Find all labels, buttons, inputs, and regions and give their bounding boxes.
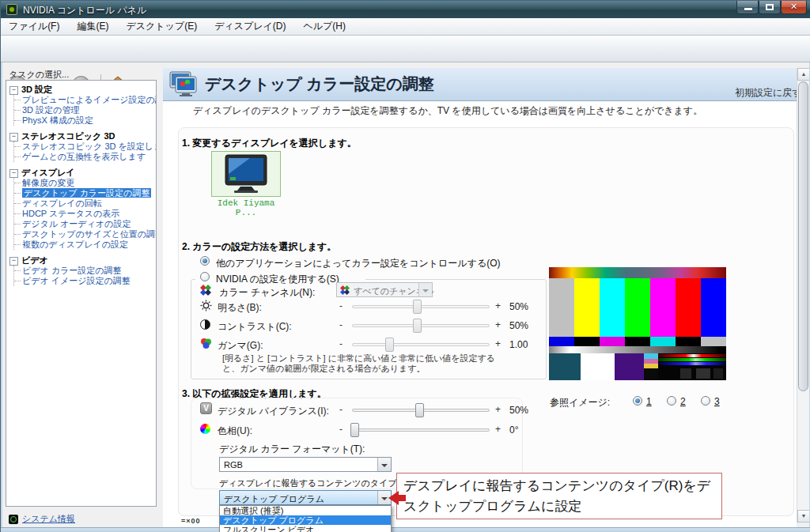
brightness-label: 明るさ(B): <box>218 301 262 315</box>
slider-thumb[interactable] <box>385 338 394 352</box>
tree-item-digital-audio[interactable]: デジタル オーディオの設定 <box>14 219 154 229</box>
gamma-slider[interactable] <box>352 343 490 346</box>
slider-thumb[interactable] <box>350 423 359 437</box>
slider-thumb[interactable] <box>415 403 424 417</box>
contrast-slider[interactable] <box>352 324 490 327</box>
contrast-value: 50% <box>509 320 528 331</box>
tree-group-video[interactable]: −ビデオ <box>9 255 154 266</box>
scroll-down-icon[interactable]: ▼ <box>797 510 810 523</box>
tree-item-desktop-size-position[interactable]: デスクトップのサイズと位置の調整 <box>14 229 154 240</box>
content-type-dropdown[interactable]: デスクトップ プログラム <box>219 490 392 505</box>
color-channel-mini-icon <box>340 285 350 295</box>
reference-radio-2[interactable] <box>667 396 676 406</box>
dropdown-button[interactable] <box>418 283 432 296</box>
reference-radio-1-label[interactable]: 1 <box>646 396 652 407</box>
reverse-bars-strip <box>549 337 726 346</box>
digital-vibrance-label: デジタル バイブランス(I): <box>218 405 329 418</box>
rainbow-gradient-strip <box>549 267 726 278</box>
color-channel-dropdown[interactable]: すべてのチャンネル <box>336 282 433 297</box>
tree-item-rotate-display[interactable]: ディスプレイの回転 <box>14 198 154 209</box>
radio-use-nvidia-settings[interactable] <box>200 272 210 281</box>
hue-value: 0° <box>509 424 518 436</box>
tree-item-change-resolution[interactable]: 解像度の変更 <box>14 178 154 188</box>
digital-vibrance-slider[interactable] <box>352 409 490 412</box>
system-info-link[interactable]: システム情報 <box>9 513 75 525</box>
color-channel-label: カラー チャンネル(N): <box>219 286 315 300</box>
option-fullscreen-video[interactable]: フルスクリーン ビデオ <box>220 525 391 532</box>
window-frame-left <box>1 62 2 532</box>
tree-item-game-compatibility[interactable]: ゲームとの互換性を表示します <box>14 152 154 162</box>
restore-defaults-link[interactable]: 初期設定に戻す <box>735 86 802 100</box>
system-info-icon <box>9 515 18 524</box>
tree-item-multiple-displays[interactable]: 複数のディスプレイの設定 <box>14 240 154 250</box>
slider-thumb[interactable] <box>413 319 422 333</box>
slider-thumb[interactable] <box>413 300 422 314</box>
tree-item-preview-image-settings[interactable]: プレビューによるイメージ設定の調整 <box>14 95 154 105</box>
menu-help[interactable]: ヘルプ(H) <box>304 20 346 33</box>
tree-group-display[interactable]: −ディスプレイ <box>9 167 154 178</box>
annotation-box: デスプレイに報告するコンテンツのタイプ(R)をデスクトッププログラムに設定 <box>396 473 722 519</box>
section1-title: 1. 変更するディスプレイを選択します。 <box>182 137 357 150</box>
display-tile[interactable] <box>211 151 281 197</box>
tree-group-3d-settings[interactable]: −3D 設定 <box>9 84 154 95</box>
digital-color-format-value: RGB <box>224 460 243 470</box>
minus-label: - <box>339 319 343 330</box>
maximize-button[interactable] <box>759 1 781 14</box>
brightness-slider[interactable] <box>352 305 490 308</box>
radio-other-applications-label[interactable]: 他のアプリケーションによってカラー設定をコントロールする(O) <box>216 257 501 270</box>
tree-item-physx-config[interactable]: PhysX 構成の設定 <box>14 115 154 126</box>
close-button[interactable]: ✕ <box>781 1 807 14</box>
tree-item-hdcp-status[interactable]: HDCP ステータスの表示 <box>14 209 154 219</box>
digital-color-format-label: デジタル カラー フォーマット(T): <box>219 443 365 456</box>
title-bar[interactable]: NVIDIA コントロール パネル ✕ <box>1 1 810 18</box>
menu-display[interactable]: ディスプレイ(D) <box>214 20 286 33</box>
option-desktop-programs[interactable]: デスクトップ プログラム <box>220 515 391 525</box>
tree-item-setup-stereoscopic-3d[interactable]: ステレオスコピック 3D を設定します <box>14 141 154 152</box>
system-info-label[interactable]: システム情報 <box>22 513 75 525</box>
reference-radio-2-label[interactable]: 2 <box>680 396 686 407</box>
option-auto-select[interactable]: 自動選択 (推奨) <box>220 506 391 515</box>
plus-label: + <box>495 338 501 349</box>
tree-item-adjust-video-image[interactable]: ビデオ イメージ設定の調整 <box>14 276 154 286</box>
menu-file[interactable]: ファイル(F) <box>9 20 59 33</box>
plus-label: + <box>495 404 501 415</box>
digital-color-format-dropdown[interactable]: RGB <box>219 457 392 472</box>
grayscale-gradient-strip <box>549 346 726 353</box>
content-type-label: ディスプレイに報告するコンテンツのタイプ(R): <box>219 477 411 489</box>
tree-group-stereoscopic-3d[interactable]: −ステレオスコピック 3D <box>9 130 154 141</box>
hue-icon <box>200 424 213 436</box>
tree-item-adjust-video-color[interactable]: ビデオ カラー設定の調整 <box>14 266 154 276</box>
reference-radio-1[interactable] <box>633 396 642 406</box>
scroll-up-icon[interactable]: ▲ <box>797 68 810 81</box>
gamma-icon <box>200 338 213 350</box>
reference-radio-3[interactable] <box>701 396 710 406</box>
dropdown-button[interactable] <box>377 458 391 471</box>
collapse-icon[interactable]: − <box>9 86 18 95</box>
color-channel-icon <box>200 285 211 296</box>
menu-edit[interactable]: 編集(E) <box>77 20 108 33</box>
task-tree: −3D 設定 プレビューによるイメージ設定の調整 3D 設定の管理 PhysX … <box>6 80 157 507</box>
vertical-scrollbar[interactable]: ▲ ▼ <box>797 68 809 523</box>
gamma-slider-row: ガンマ(G): - + 1.00 <box>199 337 539 353</box>
collapse-icon[interactable]: − <box>9 257 18 266</box>
collapse-icon[interactable]: − <box>9 169 18 178</box>
tree-item-adjust-desktop-color[interactable]: デスクトップ カラー設定の調整 <box>14 188 154 198</box>
scrollbar-thumb[interactable] <box>798 81 808 391</box>
minimize-button[interactable] <box>736 1 759 14</box>
display-name-label: Idek Iiyama P... <box>205 198 287 217</box>
annotation-arrow-icon <box>388 491 399 505</box>
gamma-value: 1.00 <box>509 339 528 350</box>
digital-vibrance-icon: V <box>200 402 213 415</box>
window-frame-bottom <box>1 527 810 532</box>
tree-item-manage-3d-settings[interactable]: 3D 設定の管理 <box>14 105 154 115</box>
radio-other-applications[interactable] <box>200 256 210 266</box>
menu-desktop[interactable]: デスクトップ(E) <box>126 20 197 33</box>
collapse-icon[interactable]: − <box>9 133 18 141</box>
chevron-down-icon <box>381 497 388 500</box>
contrast-icon <box>200 319 213 332</box>
chevron-down-icon <box>381 464 388 467</box>
reference-radio-3-label[interactable]: 3 <box>714 396 720 407</box>
nvidia-control-panel-window: NVIDIA コントロール パネル ✕ ファイル(F) 編集(E) デスクトップ… <box>0 0 810 532</box>
radio-use-nvidia-settings-label[interactable]: NVIDIA の設定を使用する(S) <box>216 273 339 286</box>
hue-slider[interactable] <box>352 428 490 432</box>
